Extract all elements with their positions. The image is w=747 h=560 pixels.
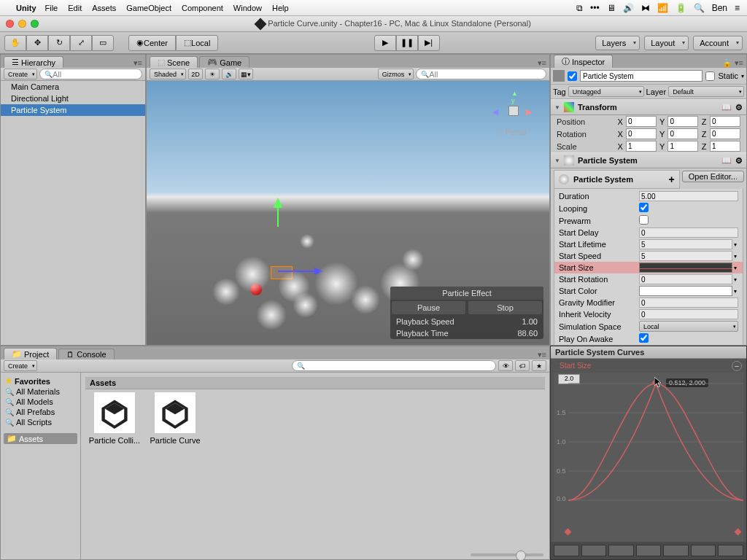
hierarchy-item-selected[interactable]: Particle System xyxy=(1,104,145,116)
help-icon[interactable]: 📖 xyxy=(721,103,732,112)
scene-viewport[interactable]: ▲y ▶ ◀ ◁ Persp Particle Ef xyxy=(147,81,549,345)
add-module-icon[interactable]: + xyxy=(669,174,675,185)
fx-toggle[interactable]: ▦▾ xyxy=(239,69,253,79)
start-delay-field[interactable] xyxy=(639,228,738,238)
hierarchy-search[interactable]: 🔍All xyxy=(39,69,142,79)
assets-folder[interactable]: 📁Assets xyxy=(4,433,77,444)
help-icon[interactable]: 📖 xyxy=(721,156,732,166)
close-button[interactable] xyxy=(6,20,14,28)
play-awake-checkbox[interactable] xyxy=(639,333,649,343)
start-speed-field[interactable] xyxy=(639,251,732,261)
gizmos-dropdown[interactable]: Gizmos xyxy=(378,69,414,79)
pos-y[interactable] xyxy=(667,116,698,127)
maximize-button[interactable] xyxy=(31,20,39,28)
projection-label[interactable]: ◁ Persp xyxy=(498,128,526,136)
panel-menu-icon[interactable]: ▾≡ xyxy=(535,350,549,359)
fav-item[interactable]: 🔍All Prefabs xyxy=(4,407,77,417)
panel-menu-icon[interactable]: ▾≡ xyxy=(535,58,549,68)
pos-x[interactable] xyxy=(626,116,657,127)
fav-item[interactable]: 🔍All Scripts xyxy=(4,417,77,427)
layer-dropdown[interactable]: Default xyxy=(668,86,744,97)
orientation-gizmo[interactable]: ▲y ▶ ◀ ◁ Persp xyxy=(491,88,535,132)
favorites-header[interactable]: ★Favorites xyxy=(4,376,77,386)
menu-edit[interactable]: Edit xyxy=(68,4,82,12)
menu-gameobject[interactable]: GameObject xyxy=(126,4,171,12)
rot-y[interactable] xyxy=(667,128,698,139)
static-checkbox[interactable] xyxy=(705,71,715,81)
hand-tool[interactable]: ✋ xyxy=(4,35,26,51)
play-button[interactable]: ▶ xyxy=(374,35,396,51)
lighting-toggle[interactable]: ☀ xyxy=(205,69,220,79)
wifi-icon[interactable]: 📶 xyxy=(657,3,668,13)
project-create-dropdown[interactable]: Create xyxy=(4,360,37,371)
start-color-swatch[interactable] xyxy=(639,286,732,296)
scene-tab[interactable]: ⬚ Scene xyxy=(150,56,198,68)
menu-component[interactable]: Component xyxy=(182,4,223,12)
spotlight-icon[interactable]: 🔍 xyxy=(694,3,705,13)
rot-z[interactable] xyxy=(710,128,740,139)
step-button[interactable]: ▶| xyxy=(418,35,440,51)
remove-curve-button[interactable]: − xyxy=(732,361,742,371)
move-tool[interactable]: ✥ xyxy=(26,35,48,51)
menu-assets[interactable]: Assets xyxy=(92,4,116,12)
panel-menu-icon[interactable]: ▾≡ xyxy=(131,58,145,68)
asset-item[interactable]: Particle Curve xyxy=(149,392,201,445)
curve-key[interactable] xyxy=(735,529,742,536)
scale-tool[interactable]: ⤢ xyxy=(70,35,92,51)
preset-button[interactable] xyxy=(608,545,634,556)
hierarchy-create-dropdown[interactable]: Create xyxy=(4,69,37,79)
gear-icon[interactable]: ⚙ xyxy=(735,156,743,166)
grid-zoom-slider[interactable] xyxy=(471,553,543,556)
breadcrumb[interactable]: Assets xyxy=(85,377,545,389)
active-checkbox[interactable] xyxy=(568,71,577,81)
playback-speed-value[interactable]: 1.00 xyxy=(522,317,538,326)
curve-key[interactable] xyxy=(565,529,572,536)
fav-item[interactable]: 🔍All Materials xyxy=(4,386,77,397)
pivot-center-button[interactable]: ◉ Center xyxy=(128,35,176,51)
hierarchy-item[interactable]: Main Camera xyxy=(1,81,145,93)
sim-space-dropdown[interactable]: Local xyxy=(639,321,738,332)
app-menu[interactable]: Unity xyxy=(16,4,36,12)
prewarm-checkbox[interactable] xyxy=(639,215,649,225)
particle-stop-button[interactable]: Stop xyxy=(468,301,542,314)
preset-button[interactable] xyxy=(581,545,607,556)
filter-button[interactable]: 👁 xyxy=(498,360,513,371)
bluetooth-icon[interactable]: ⧓ xyxy=(641,3,650,13)
scene-search[interactable]: 🔍All xyxy=(416,69,546,79)
asset-item[interactable]: Particle Colli... xyxy=(88,392,141,445)
inherit-vel-field[interactable] xyxy=(639,309,738,319)
start-rotation-field[interactable] xyxy=(639,274,732,284)
pos-z[interactable] xyxy=(710,116,740,127)
particle-system-header[interactable]: ▼ Particle System 📖 ⚙ xyxy=(551,152,746,168)
shading-dropdown[interactable]: Shaded xyxy=(150,69,186,79)
gear-icon[interactable]: ⚙ xyxy=(735,103,743,112)
display-icon[interactable]: 🖥 xyxy=(607,3,616,13)
layout-dropdown[interactable]: Layout xyxy=(644,36,689,50)
user-name[interactable]: Ben xyxy=(712,3,727,13)
preset-button[interactable] xyxy=(718,545,743,556)
project-tab[interactable]: 📁 Project xyxy=(4,348,57,359)
particle-pause-button[interactable]: Pause xyxy=(392,301,465,314)
menu-help[interactable]: Help xyxy=(272,4,289,12)
notification-icon[interactable]: ≡ xyxy=(735,3,740,13)
preset-button[interactable] xyxy=(554,545,579,556)
ps-module-header[interactable]: Particle System + xyxy=(554,170,680,189)
hierarchy-item[interactable]: Directional Light xyxy=(1,93,145,104)
preset-button[interactable] xyxy=(636,545,662,556)
transform-header[interactable]: ▼ Transform 📖 ⚙ xyxy=(551,99,746,115)
game-tab[interactable]: 🎮 Game xyxy=(199,56,249,68)
object-name-field[interactable] xyxy=(580,70,703,82)
layers-dropdown[interactable]: Layers xyxy=(595,36,640,50)
lock-icon[interactable]: 🔒 ▾≡ xyxy=(719,58,746,68)
filter-type-button[interactable]: 🏷 xyxy=(515,360,530,371)
inspector-tab[interactable]: ⓘ Inspector xyxy=(554,55,613,68)
camera-icon[interactable]: ⧉ xyxy=(576,3,583,13)
tag-dropdown[interactable]: Untagged xyxy=(568,86,644,97)
preset-button[interactable] xyxy=(691,545,716,556)
rot-x[interactable] xyxy=(626,128,657,139)
start-size-curve[interactable] xyxy=(639,262,732,273)
account-dropdown[interactable]: Account xyxy=(693,36,743,50)
pivot-local-button[interactable]: ⬚ Local xyxy=(176,35,218,51)
fav-item[interactable]: 🔍All Models xyxy=(4,397,77,407)
gravity-field[interactable] xyxy=(639,298,738,308)
